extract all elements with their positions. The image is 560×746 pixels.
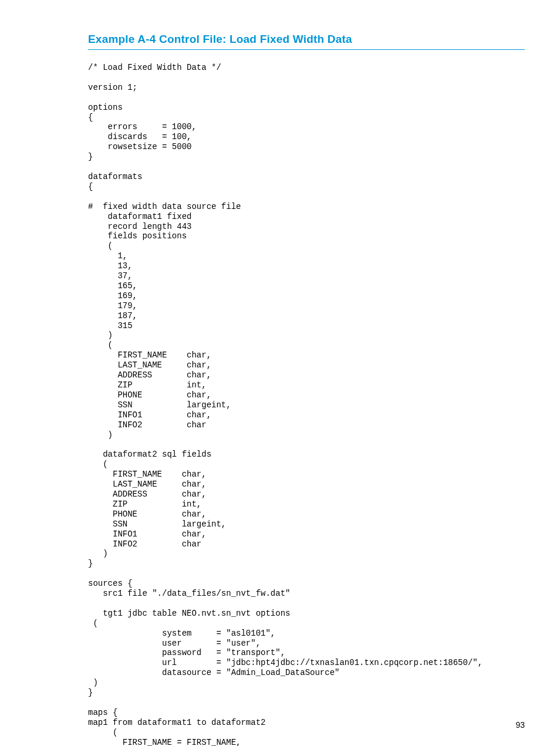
code-block: /* Load Fixed Width Data */ version 1; o… bbox=[88, 63, 525, 746]
section-heading: Example A-4 Control File: Load Fixed Wid… bbox=[88, 33, 525, 46]
heading-rule bbox=[88, 49, 525, 50]
page-number: 93 bbox=[515, 720, 525, 730]
page-container: Example A-4 Control File: Load Fixed Wid… bbox=[0, 0, 560, 746]
